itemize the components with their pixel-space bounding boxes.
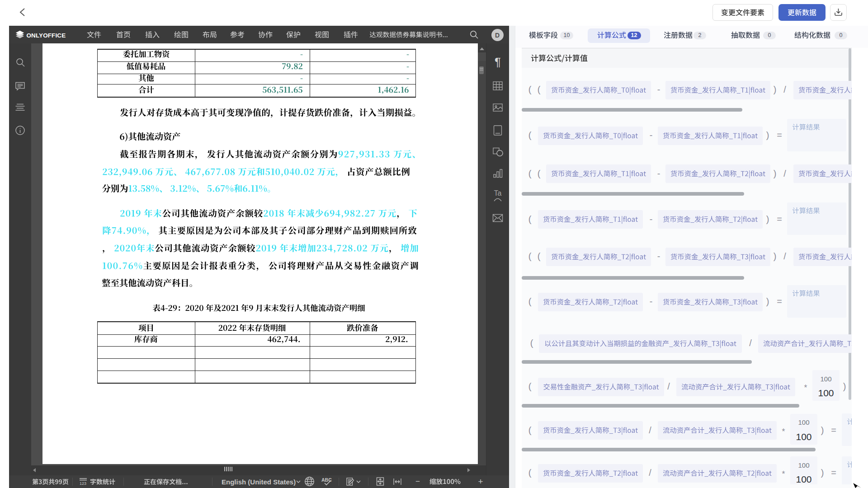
svg-text:123: 123 — [80, 481, 86, 486]
svg-text:ABC: ABC — [321, 477, 332, 483]
